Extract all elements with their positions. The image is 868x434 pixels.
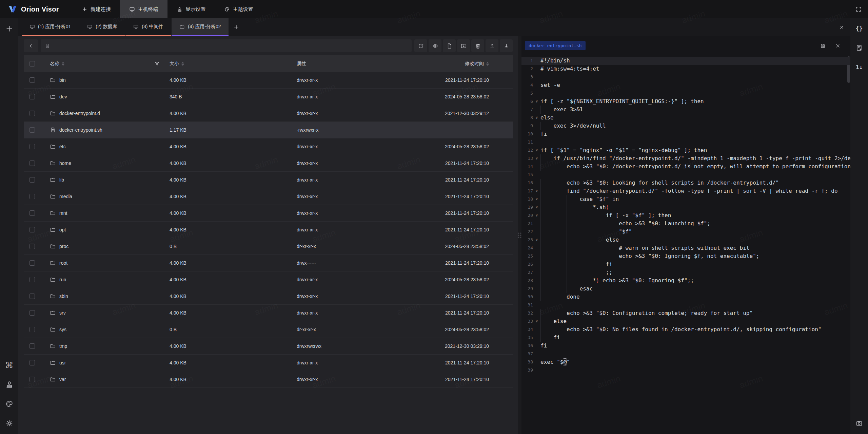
upload-button[interactable] [486, 39, 498, 52]
filter-icon[interactable] [154, 61, 160, 67]
sort-size-control[interactable] [181, 62, 184, 66]
code-editor[interactable]: 1#!/bin/sh2# vim:sw=4:ts=4:et34set -e56∨… [521, 55, 850, 434]
variables-button[interactable]: {} [853, 23, 865, 34]
file-row-usr[interactable]: usr4.00 KBdrwxr-xr-x2021-11-24 17:20:10 [24, 355, 513, 371]
file-size: 0 B [166, 244, 295, 249]
file-table: 名称 大小 属性 [24, 55, 513, 434]
file-row-etc[interactable]: etc4.00 KBdrwxr-xr-x2024-05-28 23:58:02 [24, 138, 513, 155]
file-row-sbin[interactable]: sbin4.00 KBdrwxr-xr-x2021-11-24 17:20:10 [24, 288, 513, 305]
refresh-button[interactable] [414, 39, 427, 52]
row-checkbox[interactable] [29, 360, 35, 365]
file-row-lib[interactable]: lib4.00 KBdrwxr-xr-x2021-11-24 17:20:10 [24, 172, 513, 188]
file-row-bin[interactable]: bin4.00 KBdrwxr-xr-x2021-11-24 17:20:10 [24, 72, 513, 89]
row-checkbox[interactable] [29, 327, 35, 332]
row-checkbox[interactable] [29, 177, 35, 183]
file-size: 4.00 KB [166, 310, 295, 316]
row-checkbox[interactable] [29, 244, 35, 249]
terminal-tab-3[interactable]: (3) 中间件 [125, 18, 171, 36]
row-checkbox[interactable] [29, 227, 35, 232]
sort-mtime-control[interactable] [486, 62, 489, 66]
row-checkbox[interactable] [29, 343, 35, 349]
terminal-tab-1[interactable]: (1) 应用-分析01 [22, 18, 79, 36]
row-checkbox[interactable] [29, 377, 35, 382]
row-checkbox[interactable] [29, 310, 35, 316]
path-input[interactable] [41, 39, 412, 52]
delete-button[interactable] [471, 39, 484, 52]
menu-item-new-connection[interactable]: 新建连接 [73, 0, 120, 18]
save-file-button[interactable] [817, 40, 829, 52]
sort-lines-button[interactable]: 1↓ [853, 61, 865, 73]
fold-gutter [533, 106, 540, 114]
row-checkbox[interactable] [29, 194, 35, 199]
line-number: 2 [521, 65, 533, 73]
file-row-dev[interactable]: dev340 Bdrwxr-xr-x2024-05-28 23:58:02 [24, 89, 513, 105]
fold-chevron-icon[interactable]: ∨ [533, 236, 540, 244]
fold-chevron-icon[interactable]: ∨ [533, 187, 540, 195]
terminal-tab-2[interactable]: (2) 数据库 [79, 18, 125, 36]
file-row-opt[interactable]: opt4.00 KBdrwxr-xr-x2021-11-24 17:20:10 [24, 222, 513, 238]
fold-chevron-icon[interactable]: ∨ [533, 211, 540, 220]
row-checkbox[interactable] [29, 111, 35, 116]
screenshot-button[interactable] [853, 417, 865, 429]
download-button[interactable] [500, 39, 513, 52]
close-tabs-button[interactable] [833, 18, 850, 36]
terminal-tab-4[interactable]: (4) 应用-分析02 [172, 18, 229, 36]
row-checkbox[interactable] [29, 144, 35, 149]
menu-item-theme-settings[interactable]: 主题设置 [215, 0, 262, 18]
code-text: exec 3>/dev/null [540, 122, 850, 130]
display-settings-button[interactable] [3, 379, 15, 390]
settings-button[interactable] [3, 417, 15, 429]
folder-icon [50, 210, 56, 216]
file-row-run[interactable]: run4.00 KBdrwxr-xr-x2024-05-28 23:58:02 [24, 271, 513, 288]
folder-icon [179, 24, 185, 30]
menu-item-display-settings[interactable]: 显示设置 [167, 0, 215, 18]
snippets-button[interactable] [853, 42, 865, 54]
row-checkbox[interactable] [29, 94, 35, 99]
fold-chevron-icon[interactable]: ∨ [533, 317, 540, 325]
open-file-chip[interactable]: docker-entrypoint.sh [525, 41, 586, 50]
row-checkbox[interactable] [29, 77, 35, 83]
fold-chevron-icon[interactable]: ∨ [533, 97, 540, 106]
sort-name-control[interactable] [62, 62, 64, 66]
new-tab-button[interactable] [3, 23, 15, 34]
file-name: opt [59, 227, 66, 232]
new-folder-button[interactable] [457, 39, 470, 52]
file-row-var[interactable]: var4.00 KBdrwxr-xr-x2021-11-24 17:20:10 [24, 371, 513, 388]
row-checkbox[interactable] [29, 210, 35, 216]
fold-chevron-icon[interactable]: ∨ [533, 146, 540, 154]
file-row-media[interactable]: media4.00 KBdrwxr-xr-x2021-11-24 17:20:1… [24, 188, 513, 205]
file-row-proc[interactable]: proc0 Bdr-xr-xr-x2024-05-28 23:58:02 [24, 238, 513, 255]
select-all-checkbox[interactable] [29, 61, 35, 67]
fold-chevron-icon[interactable]: ∨ [533, 154, 540, 163]
preview-button[interactable] [429, 39, 441, 52]
menu-item-host-terminal[interactable]: 主机终端 [120, 0, 167, 18]
panel-splitter[interactable] [518, 36, 521, 434]
back-button[interactable] [24, 39, 38, 52]
file-attr: drwxr-xr-x [295, 194, 406, 199]
file-name: sbin [59, 294, 68, 299]
fold-chevron-icon[interactable]: ∨ [533, 114, 540, 122]
fold-gutter [533, 81, 540, 89]
file-row-tmp[interactable]: tmp4.00 KBdrwxrwxrwx2021-12-30 03:29:10 [24, 338, 513, 355]
file-row-sys[interactable]: sys0 Bdr-xr-xr-x2024-05-28 23:58:02 [24, 321, 513, 338]
file-row-docker-entrypoint.d[interactable]: docker-entrypoint.d4.00 KBdrwxr-xr-x2021… [24, 105, 513, 122]
file-row-root[interactable]: root4.00 KBdrwx------2021-11-24 17:20:10 [24, 255, 513, 271]
file-row-docker-entrypoint.sh[interactable]: docker-entrypoint.sh1.17 KB-rwxrwxr-x [24, 122, 513, 138]
new-file-button[interactable] [443, 39, 456, 52]
row-checkbox[interactable] [29, 127, 35, 133]
fold-chevron-icon[interactable]: ∨ [533, 203, 540, 211]
row-checkbox[interactable] [29, 161, 35, 166]
file-row-home[interactable]: home4.00 KBdrwxr-xr-x2021-11-24 17:20:10 [24, 155, 513, 172]
row-checkbox[interactable] [29, 277, 35, 282]
fullscreen-button[interactable] [849, 0, 868, 18]
row-checkbox[interactable] [29, 260, 35, 266]
row-checkbox[interactable] [29, 294, 35, 299]
commands-button[interactable]: ⌘ [3, 359, 15, 371]
file-row-srv[interactable]: srv4.00 KBdrwxr-xr-x2021-11-24 17:20:10 [24, 305, 513, 321]
add-tab-button[interactable] [229, 18, 244, 36]
close-editor-button[interactable] [832, 40, 844, 52]
file-row-mnt[interactable]: mnt4.00 KBdrwxr-xr-x2021-11-24 17:20:10 [24, 205, 513, 222]
fold-chevron-icon[interactable]: ∨ [533, 195, 540, 203]
code-line-31: 31 [521, 301, 850, 309]
theme-settings-button[interactable] [3, 398, 15, 410]
